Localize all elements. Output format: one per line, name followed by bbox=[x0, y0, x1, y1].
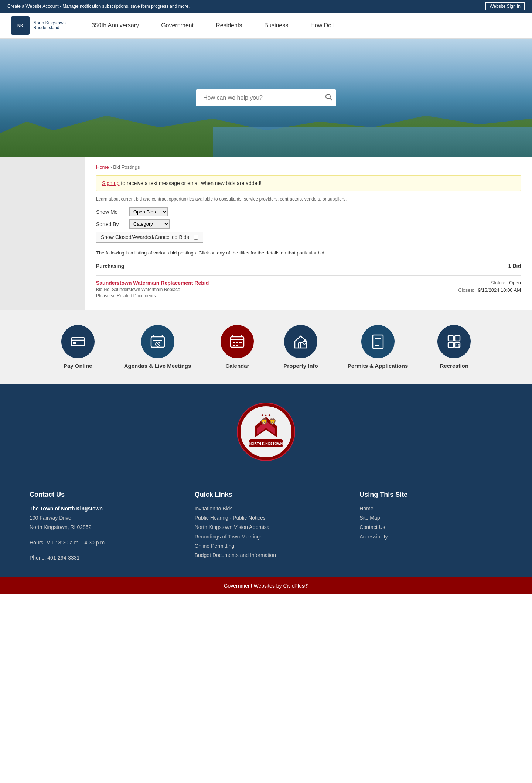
recreation-icon: 13 bbox=[447, 334, 461, 349]
footer-using-site: Using This Site Home Site Map Contact Us… bbox=[359, 491, 502, 563]
show-me-filter: Show Me Open Bids All Bids Closed Bids bbox=[96, 207, 521, 216]
sign-in-button[interactable]: Website Sign In bbox=[485, 2, 525, 10]
house-icon bbox=[293, 335, 308, 349]
breadcrumb-current: Bid Postings bbox=[113, 164, 140, 170]
bid-item-left: Saunderstown Watermain Replacement Rebid… bbox=[96, 280, 447, 298]
bid-section-header: Purchasing 1 Bid bbox=[96, 263, 521, 271]
alert-message: to receive a text message or email when … bbox=[119, 180, 261, 186]
svg-rect-17 bbox=[236, 342, 238, 343]
permits-icon bbox=[371, 334, 385, 349]
recreation-label: Recreation bbox=[440, 363, 469, 369]
closed-bids-checkbox[interactable] bbox=[194, 235, 198, 240]
quick-icon-calendar[interactable]: Calendar bbox=[221, 325, 254, 369]
breadcrumb-home[interactable]: Home bbox=[96, 164, 109, 170]
hero-water-bg bbox=[213, 127, 532, 157]
search-icon bbox=[325, 93, 332, 101]
pay-online-circle bbox=[61, 325, 95, 358]
search-button[interactable] bbox=[325, 93, 332, 103]
bid-number: Bid No. Saunderstown Watermain Replace bbox=[96, 287, 447, 292]
footer-link-vision[interactable]: North Kingstown Vision Appraisal bbox=[195, 523, 338, 532]
svg-text:13: 13 bbox=[456, 344, 460, 348]
closes-label: Closes: bbox=[458, 287, 474, 293]
svg-rect-31 bbox=[455, 336, 460, 341]
breadcrumb: Home › Bid Postings bbox=[96, 164, 521, 170]
agendas-circle bbox=[141, 325, 174, 358]
footer-link-public-hearing[interactable]: Public Hearing - Public Notices bbox=[195, 513, 338, 523]
footer-phone: Phone: 401-294-3331 bbox=[30, 553, 173, 563]
quick-icon-recreation[interactable]: 13 Recreation bbox=[437, 325, 471, 369]
nav-business[interactable]: Business bbox=[253, 17, 299, 34]
svg-point-0 bbox=[326, 94, 330, 99]
svg-text:NORTH KINGSTOWN: NORTH KINGSTOWN bbox=[249, 442, 283, 445]
footer-link-contact[interactable]: Contact Us bbox=[359, 523, 502, 532]
hero-section bbox=[0, 39, 532, 157]
permits-circle bbox=[361, 325, 395, 358]
bid-description: The following is a listing of various bi… bbox=[96, 250, 521, 256]
footer-link-accessibility[interactable]: Accessibility bbox=[359, 532, 502, 541]
footer-quick-links: Quick Links Invitation to Bids Public He… bbox=[195, 491, 338, 563]
svg-rect-2 bbox=[71, 338, 85, 346]
svg-rect-30 bbox=[448, 336, 453, 341]
logo-text: North Kingstown Rhode Island bbox=[33, 21, 66, 30]
svg-rect-20 bbox=[236, 345, 238, 346]
svg-text:🦁: 🦁 bbox=[269, 418, 276, 425]
footer-link-recordings[interactable]: Recordings of Town Meetings bbox=[195, 532, 338, 541]
site-header: NK North Kingstown Rhode Island 350th An… bbox=[0, 13, 532, 39]
nav-350th[interactable]: 350th Anniversary bbox=[81, 17, 150, 34]
closed-bids-label: Show Closed/Awarded/Cancelled Bids: bbox=[101, 234, 191, 240]
nav-government[interactable]: Government bbox=[150, 17, 205, 34]
quick-icon-pay-online[interactable]: Pay Online bbox=[61, 325, 95, 369]
signup-link[interactable]: Sign up bbox=[102, 180, 119, 186]
sorted-by-label: Sorted By bbox=[96, 221, 126, 227]
bid-item-right: Status: Open Closes: 9/13/2024 10:00 AM bbox=[447, 280, 521, 298]
footer-quick-links-heading: Quick Links bbox=[195, 491, 338, 499]
create-account-link[interactable]: Create a Website Account bbox=[7, 4, 59, 9]
permits-label: Permits & Applications bbox=[348, 363, 408, 369]
sorted-by-select[interactable]: Category Bid Number Closing Date Title bbox=[129, 219, 170, 229]
footer-address2: North Kingstown, RI 02852 bbox=[30, 523, 173, 532]
alert-box: Sign up to receive a text message or ema… bbox=[96, 175, 521, 191]
top-bar: Create a Website Account - Manage notifi… bbox=[0, 0, 532, 13]
footer-main: Contact Us The Town of North Kingstown 1… bbox=[0, 476, 532, 577]
svg-rect-19 bbox=[233, 345, 235, 346]
svg-line-1 bbox=[330, 98, 332, 100]
svg-rect-16 bbox=[233, 342, 235, 343]
create-account-suffix: - Manage notification subscriptions, sav… bbox=[59, 4, 190, 9]
bid-section-title: Purchasing bbox=[96, 263, 124, 269]
nk-seal: 🦁 🦁 NORTH KINGSTOWN ✦ ✦ ✦ bbox=[236, 402, 296, 461]
show-me-label: Show Me bbox=[96, 209, 126, 215]
bid-count: 1 Bid bbox=[508, 263, 521, 269]
show-me-select[interactable]: Open Bids All Bids Closed Bids bbox=[129, 207, 168, 216]
logo-area[interactable]: NK North Kingstown Rhode Island bbox=[11, 16, 66, 35]
footer-address1: 100 Fairway Drive bbox=[30, 513, 173, 523]
agendas-label: Agendas & Live Meetings bbox=[124, 363, 191, 369]
svg-rect-4 bbox=[73, 342, 76, 344]
search-input[interactable] bbox=[196, 89, 336, 106]
svg-text:🦁: 🦁 bbox=[260, 418, 268, 425]
footer-link-sitemap[interactable]: Site Map bbox=[359, 513, 502, 523]
quick-icon-property-info[interactable]: Property Info bbox=[283, 325, 318, 369]
calendar-circle bbox=[221, 325, 254, 358]
svg-rect-18 bbox=[239, 342, 242, 343]
footer-bottom: Government Websites by CivicPlus® bbox=[0, 577, 532, 594]
footer-link-home[interactable]: Home bbox=[359, 504, 502, 513]
footer-link-invitation[interactable]: Invitation to Bids bbox=[195, 504, 338, 513]
closes-value: 9/13/2024 10:00 AM bbox=[478, 287, 521, 293]
quick-icon-permits[interactable]: Permits & Applications bbox=[348, 325, 408, 369]
footer-link-permitting[interactable]: Online Permitting bbox=[195, 541, 338, 551]
search-container bbox=[196, 89, 336, 106]
footer-bottom-text: Government Websites by CivicPlus® bbox=[224, 583, 308, 589]
bid-title-link[interactable]: Saunderstown Watermain Replacement Rebid bbox=[96, 280, 209, 286]
svg-point-23 bbox=[303, 341, 306, 344]
main-nav: 350th Anniversary Government Residents B… bbox=[81, 17, 351, 34]
status-value: Open bbox=[509, 280, 521, 285]
bid-status-row: Status: Open bbox=[447, 280, 521, 285]
nav-how-do-i[interactable]: How Do I... bbox=[299, 17, 351, 34]
logo-icon-inner: NK bbox=[17, 23, 23, 28]
footer-link-budget[interactable]: Budget Documents and Information bbox=[195, 551, 338, 560]
logo-line2: Rhode Island bbox=[33, 25, 66, 30]
footer-org-name: The Town of North Kingstown bbox=[30, 504, 173, 513]
nav-residents[interactable]: Residents bbox=[205, 17, 253, 34]
sorted-by-filter: Sorted By Category Bid Number Closing Da… bbox=[96, 219, 521, 229]
quick-icon-agendas[interactable]: Agendas & Live Meetings bbox=[124, 325, 191, 369]
